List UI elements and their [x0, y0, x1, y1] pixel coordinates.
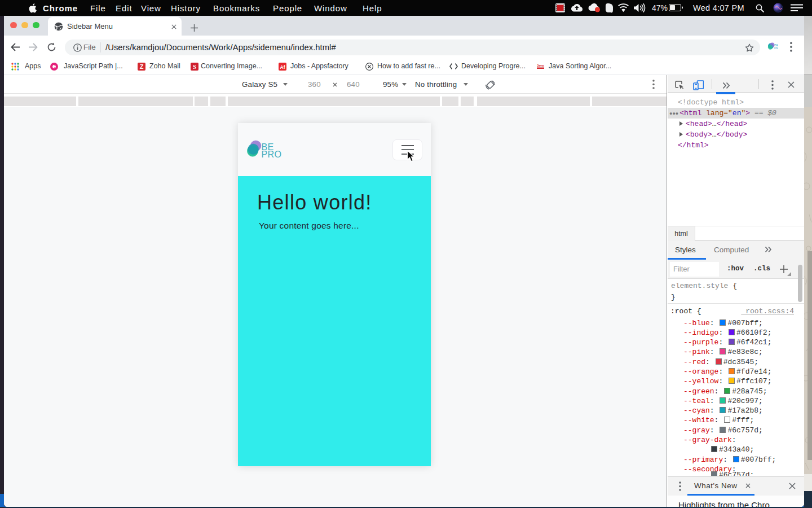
svg-text:S: S [193, 63, 196, 70]
svg-text:PRO: PRO [774, 46, 778, 50]
svg-text:Java: Java [537, 64, 544, 67]
svg-text:Z: Z [140, 63, 144, 70]
svg-text:Af: Af [280, 64, 285, 69]
